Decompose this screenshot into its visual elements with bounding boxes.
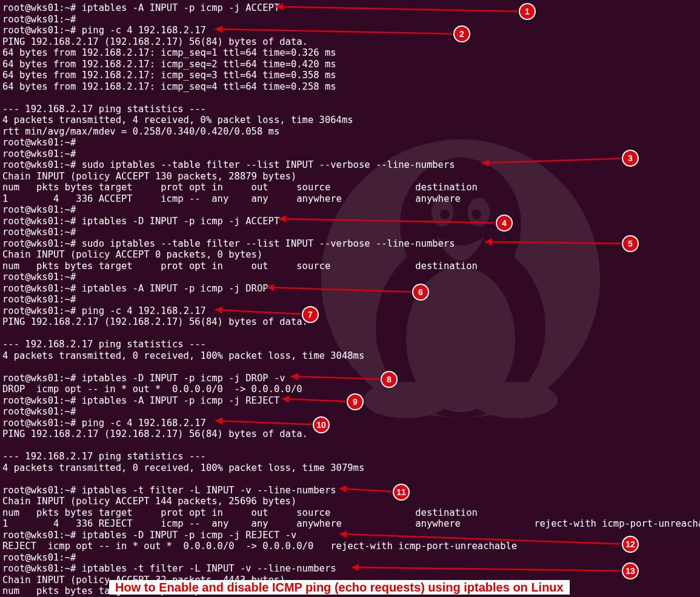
shell-prompt: root@wks01:~#: [2, 552, 82, 563]
shell-command: sudo iptables --table filter --list INPU…: [82, 238, 455, 249]
terminal-command-line: root@wks01:~# sudo iptables --table filt…: [2, 159, 699, 171]
caption-banner: How to Enable and disable ICMP ping (ech…: [109, 580, 570, 595]
terminal-output-line: 1 4 336 ACCEPT icmp -- any any anywhere …: [2, 193, 699, 205]
terminal-output-line: [2, 328, 699, 339]
shell-prompt: root@wks01:~#: [2, 418, 82, 429]
shell-prompt: root@wks01:~#: [2, 272, 82, 282]
shell-command: iptables -D INPUT -p icmp -j REJECT -v: [82, 530, 297, 541]
shell-prompt: root@wks01:~#: [2, 373, 82, 384]
shell-command: iptables -D INPUT -p icmp -j DROP -v: [82, 373, 285, 384]
shell-prompt: root@wks01:~#: [2, 406, 82, 417]
terminal-command-line: root@wks01:~# sudo iptables --table filt…: [2, 238, 699, 250]
shell-prompt: root@wks01:~#: [2, 563, 82, 574]
terminal-output-line: [2, 473, 699, 485]
terminal-output-line: rtt min/avg/max/mdev = 0.258/0.340/0.420…: [2, 126, 699, 138]
terminal-output-line: --- 192.168.2.17 ping statistics ---: [2, 339, 699, 350]
terminal-command-line: root@wks01:~#: [2, 137, 699, 148]
terminal-command-line: root@wks01:~#: [2, 227, 699, 238]
terminal-output-line: 64 bytes from 192.168.2.17: icmp_seq=3 t…: [2, 70, 699, 81]
shell-prompt: root@wks01:~#: [2, 530, 82, 541]
terminal-output-line: 64 bytes from 192.168.2.17: icmp_seq=4 t…: [2, 81, 699, 93]
shell-prompt: root@wks01:~#: [2, 216, 82, 227]
terminal-output-line: REJECT icmp opt -- in * out * 0.0.0.0/0 …: [2, 541, 699, 552]
shell-prompt: root@wks01:~#: [2, 204, 82, 215]
shell-command: iptables -A INPUT -p icmp -j DROP: [82, 283, 268, 294]
terminal-output-line: 1 4 336 REJECT icmp -- any any anywhere …: [2, 518, 699, 530]
terminal-output-line: --- 192.168.2.17 ping statistics ---: [2, 451, 699, 462]
shell-prompt: root@wks01:~#: [2, 227, 82, 238]
terminal-command-line: root@wks01:~# iptables -A INPUT -p icmp …: [2, 283, 699, 295]
terminal-output-line: num pkts bytes target prot opt in out so…: [2, 182, 699, 193]
shell-prompt: root@wks01:~#: [2, 148, 82, 159]
terminal-output-line: [2, 92, 699, 104]
terminal-output-line: PING 192.168.2.17 (192.168.2.17) 56(84) …: [2, 316, 699, 328]
shell-command: ping -c 4 192.168.2.17: [82, 418, 206, 429]
terminal-output-line: DROP icmp opt -- in * out * 0.0.0.0/0 ->…: [2, 384, 699, 395]
shell-prompt: root@wks01:~#: [2, 283, 82, 294]
shell-command: iptables -D INPUT -p icmp -j ACCEPT: [82, 216, 280, 227]
shell-prompt: root@wks01:~#: [2, 294, 82, 305]
terminal-output-line: num pkts bytes target prot opt in out so…: [2, 261, 699, 272]
terminal-output-line: --- 192.168.2.17 ping statistics ---: [2, 104, 699, 115]
terminal-command-line: root@wks01:~# iptables -D INPUT -p icmp …: [2, 216, 699, 227]
terminal-command-line: root@wks01:~# iptables -A INPUT -p icmp …: [2, 395, 699, 407]
terminal-output[interactable]: root@wks01:~# iptables -A INPUT -p icmp …: [0, 0, 700, 597]
terminal-command-line: root@wks01:~# ping -c 4 192.168.2.17: [2, 418, 699, 429]
terminal-command-line: root@wks01:~#: [2, 14, 699, 25]
terminal-output-line: 64 bytes from 192.168.2.17: icmp_seq=1 t…: [2, 47, 699, 59]
terminal-output-line: num pkts bytes target prot opt in out so…: [2, 507, 699, 519]
terminal-command-line: root@wks01:~# ping -c 4 192.168.2.17: [2, 305, 699, 317]
terminal-output-line: 4 packets transmitted, 0 received, 100% …: [2, 350, 699, 362]
terminal-command-line: root@wks01:~#: [2, 406, 699, 418]
shell-command: sudo iptables --table filter --list INPU…: [82, 159, 455, 170]
terminal-command-line: root@wks01:~#: [2, 294, 699, 305]
terminal-output-line: [2, 361, 699, 373]
terminal-output-line: PING 192.168.2.17 (192.168.2.17) 56(84) …: [2, 429, 699, 440]
terminal-command-line: root@wks01:~# iptables -D INPUT -p icmp …: [2, 373, 699, 384]
terminal-output-line: Chain INPUT (policy ACCEPT 144 packets, …: [2, 496, 699, 507]
shell-prompt: root@wks01:~#: [2, 238, 82, 249]
shell-prompt: root@wks01:~#: [2, 485, 82, 496]
shell-prompt: root@wks01:~#: [2, 305, 82, 316]
terminal-command-line: root@wks01:~# ping -c 4 192.168.2.17: [2, 25, 699, 36]
terminal-output-line: Chain INPUT (policy ACCEPT 130 packets, …: [2, 171, 699, 182]
shell-command: iptables -t filter -L INPUT -v --line-nu…: [82, 485, 336, 496]
terminal-output-line: 4 packets transmitted, 4 received, 0% pa…: [2, 115, 699, 126]
terminal-command-line: root@wks01:~# iptables -t filter -L INPU…: [2, 563, 699, 575]
terminal-output-line: 4 packets transmitted, 0 received, 100% …: [2, 462, 699, 474]
shell-command: iptables -A INPUT -p icmp -j REJECT: [82, 395, 280, 406]
shell-prompt: root@wks01:~#: [2, 2, 82, 13]
terminal-command-line: root@wks01:~# iptables -D INPUT -p icmp …: [2, 530, 699, 541]
shell-command: iptables -t filter -L INPUT -v --line-nu…: [82, 563, 336, 574]
terminal-command-line: root@wks01:~#: [2, 272, 699, 283]
terminal-command-line: root@wks01:~#: [2, 204, 699, 216]
terminal-output-line: [2, 440, 699, 452]
shell-command: iptables -A INPUT -p icmp -j ACCEPT: [82, 2, 280, 13]
shell-command: ping -c 4 192.168.2.17: [82, 25, 206, 36]
shell-prompt: root@wks01:~#: [2, 25, 82, 36]
terminal-command-line: root@wks01:~#: [2, 552, 699, 564]
terminal-output-line: Chain INPUT (policy ACCEPT 0 packets, 0 …: [2, 249, 699, 261]
terminal-output-line: 64 bytes from 192.168.2.17: icmp_seq=2 t…: [2, 59, 699, 70]
shell-prompt: root@wks01:~#: [2, 14, 82, 25]
shell-command: ping -c 4 192.168.2.17: [82, 305, 206, 316]
shell-prompt: root@wks01:~#: [2, 159, 82, 170]
terminal-command-line: root@wks01:~#: [2, 148, 699, 160]
shell-prompt: root@wks01:~#: [2, 395, 82, 406]
terminal-command-line: root@wks01:~# iptables -A INPUT -p icmp …: [2, 2, 699, 14]
terminal-command-line: root@wks01:~# iptables -t filter -L INPU…: [2, 485, 699, 496]
shell-prompt: root@wks01:~#: [2, 137, 82, 148]
terminal-output-line: PING 192.168.2.17 (192.168.2.17) 56(84) …: [2, 36, 699, 48]
